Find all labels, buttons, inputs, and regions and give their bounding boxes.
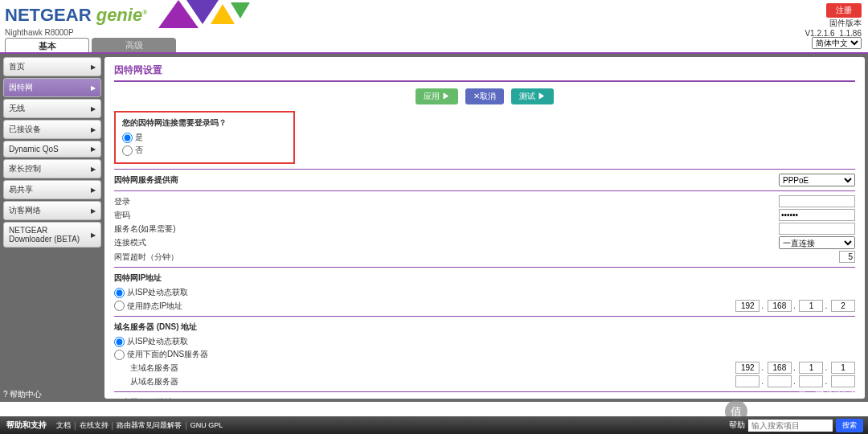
isp-select[interactable]: PPPoE [779,174,855,186]
service-input[interactable] [779,223,855,235]
tab-advanced[interactable]: 高级 [92,38,176,52]
sidebar-item-parental[interactable]: 家长控制▶ [3,159,101,178]
footer-link-gpl[interactable]: GNU GPL [190,421,223,429]
login-question-box: 您的因特网连接需要登录吗？ 是 否 [114,111,295,164]
footer-link-faq[interactable]: 路由器常见问题解答 [117,420,182,431]
help-center-link[interactable]: ? 帮助中心 [3,389,42,400]
dns1-c[interactable] [799,362,823,374]
ip-d[interactable] [831,300,855,312]
dns1-a[interactable] [735,362,760,374]
login-no-radio[interactable] [122,145,133,156]
login-input[interactable] [779,195,855,207]
sidebar-item-downloader[interactable]: NETGEAR Downloader (BETA)▶ [3,222,101,248]
dns1-b[interactable] [768,362,792,374]
footer-assist[interactable]: 帮助 [729,420,745,431]
sidebar-item-home[interactable]: 首页▶ [3,57,101,76]
dns2-c[interactable] [799,375,823,387]
footer-link-docs[interactable]: 文档 [56,420,71,431]
dns2-a[interactable] [735,375,760,387]
toggle-help-link[interactable]: 显示/隐藏帮助中心 [798,389,865,400]
page-title: 因特网设置 [114,63,855,77]
model-name: Nighthawk R8000P [5,28,74,37]
mode-select[interactable]: 一直连接 [779,236,855,249]
dns2-b[interactable] [768,375,792,387]
password-input[interactable] [779,209,855,221]
ip-dynamic-radio[interactable] [114,288,125,298]
login-yes-radio[interactable] [122,133,133,143]
tab-basic[interactable]: 基本 [5,38,89,52]
brand-logo: NETGEAR genie® [5,5,147,26]
sidebar-item-share[interactable]: 易共享▶ [3,180,101,199]
search-input[interactable] [748,420,833,432]
sidebar-item-guest[interactable]: 访客网络▶ [3,201,101,220]
dns-dynamic-radio[interactable] [114,337,125,347]
test-button[interactable]: 测试 ▶ [511,88,554,104]
cancel-button[interactable]: ✕取消 [465,88,504,104]
sidebar-item-wireless[interactable]: 无线▶ [3,99,101,118]
ip-static-radio[interactable] [114,301,125,311]
decor-triangles [158,0,279,28]
idle-input[interactable] [839,251,855,263]
apply-button[interactable]: 应用 ▶ [416,88,458,104]
dns1-d[interactable] [831,362,855,374]
dns2-d[interactable] [831,375,855,387]
sidebar-item-devices[interactable]: 已接设备▶ [3,120,101,139]
sidebar: 首页▶ 因特网▶ 无线▶ 已接设备▶ Dynamic QoS▶ 家长控制▶ 易共… [3,57,101,399]
footer-bar: 帮助和支持 文档| 在线支持| 路由器常见问题解答| GNU GPL 帮助 搜索 [0,416,868,434]
language-select[interactable]: 简体中文 [812,37,862,49]
footer-link-online[interactable]: 在线支持 [80,420,108,431]
register-button[interactable]: 注册 [826,3,862,18]
firmware-info: 固件版本V1.2.1.6_1.1.86 [805,18,862,38]
search-button[interactable]: 搜索 [836,419,863,432]
sidebar-item-qos[interactable]: Dynamic QoS▶ [3,141,101,158]
sidebar-item-internet[interactable]: 因特网▶ [3,78,101,97]
ip-a[interactable] [735,300,760,312]
ip-c[interactable] [799,300,823,312]
content-panel: 因特网设置 应用 ▶ ✕取消 测试 ▶ 您的因特网连接需要登录吗？ 是 否 因特… [104,57,865,399]
ip-b[interactable] [768,300,792,312]
dns-manual-radio[interactable] [114,350,125,360]
